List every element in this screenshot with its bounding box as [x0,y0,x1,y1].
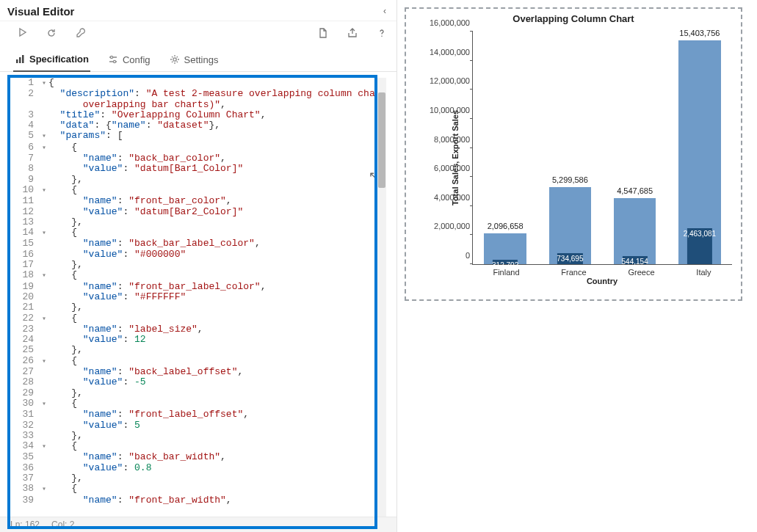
gutter-line-number: 5 [10,131,40,142]
code-line[interactable]: 5▾ "params": [ [10,131,386,142]
back-bar[interactable]: 4,547,685 [614,198,656,264]
code-line[interactable]: 27 "name": "back_label_offset", [10,367,386,377]
gutter-line-number: 27 [10,367,40,377]
code-line[interactable]: 18▾ { [10,270,386,281]
code-line[interactable]: 26▾ { [10,356,386,367]
code-line[interactable]: 23 "name": "label_size", [10,324,386,335]
front-bar[interactable]: 734,695 [557,253,582,264]
svg-point-5 [113,60,115,62]
help-icon[interactable] [376,27,388,39]
fold-toggle-icon[interactable]: ▾ [40,356,48,367]
code-line[interactable]: 33 }, [10,431,386,441]
wrench-icon[interactable] [75,27,87,39]
gutter-line-number: 21 [10,302,40,313]
fold-toggle-icon[interactable]: ▾ [40,142,48,153]
code-line[interactable]: 38▾ { [10,484,386,495]
code-line[interactable]: 20 "value": "#FFFFFF" [10,292,386,302]
code-line[interactable]: 4 "data": {"name": "dataset"}, [10,120,386,131]
fold-toggle-icon [40,238,48,249]
code-line[interactable]: 7 "name": "back_bar_color", [10,153,386,164]
fold-toggle-icon [40,335,48,345]
export-icon[interactable] [347,27,358,39]
code-line[interactable]: 16 "value": "#000000" [10,249,386,260]
fold-toggle-icon[interactable]: ▾ [40,484,48,495]
fold-toggle-icon[interactable]: ▾ [40,270,48,281]
code-line[interactable]: 1▾{ [10,78,386,89]
code-line[interactable]: 32 "value": 5 [10,420,386,431]
front-bar[interactable]: 544,154 [623,256,648,264]
code-line[interactable]: overlapping bar charts)", [10,100,386,110]
gutter-line-number: 26 [10,356,40,367]
back-bar[interactable]: 5,299,586 [549,187,591,264]
gutter-line-number: 30 [10,398,40,409]
code-line[interactable]: 30▾ { [10,398,386,409]
bar-group[interactable]: 2,096,658312,702 [477,32,534,264]
refresh-icon[interactable] [46,27,57,39]
gutter-line-number: 16 [10,249,40,260]
fold-toggle-icon[interactable]: ▾ [40,185,48,196]
code-line[interactable]: 10▾ { [10,185,386,196]
bar-group[interactable]: 5,299,586734,695 [542,32,599,264]
code-line[interactable]: 3 "title": "Overlapping Column Chart", [10,110,386,120]
fold-toggle-icon [40,409,48,420]
bar-group[interactable]: 4,547,685544,154 [606,32,664,264]
code-line[interactable]: 28 "value": -5 [10,377,386,387]
tab-settings[interactable]: Settings [168,51,220,71]
code-line[interactable]: 25 }, [10,345,386,355]
bar-group[interactable]: 15,403,7562,463,081 [671,32,728,264]
code-line[interactable]: 15 "name": "back_bar_label_color", [10,238,386,249]
status-bar: Ln: 162 Col: 2 [0,517,396,532]
code-line[interactable]: 29 }, [10,388,386,398]
code-line[interactable]: 6▾ { [10,142,386,153]
front-bar[interactable]: 2,463,081 [687,228,712,264]
code-line[interactable]: 17 }, [10,260,386,270]
code-line[interactable]: 31 "name": "front_label_offset", [10,409,386,420]
run-icon[interactable] [18,27,28,39]
code-line[interactable]: 34▾ { [10,441,386,452]
fold-toggle-icon[interactable]: ▾ [40,398,48,409]
code-line[interactable]: 13 }, [10,217,386,227]
chart-visual[interactable]: Overlapping Column Chart Total Sales, Ex… [405,7,742,301]
code-line[interactable]: 39 "name": "front_bar_width", [10,495,386,506]
code-line[interactable]: 11 "name": "front_bar_color", [10,196,386,206]
code-line[interactable]: 12 "value": "datum[Bar2_Color]" [10,207,386,217]
code-line[interactable]: 2 "description": "A test 2-measure overl… [10,89,386,99]
code-line[interactable]: 22▾ { [10,313,386,324]
fold-toggle-icon [40,89,48,99]
fold-toggle-icon[interactable]: ▾ [40,227,48,238]
fold-toggle-icon[interactable]: ▾ [40,131,48,142]
plot-area: 2,096,658312,7025,299,586734,6954,547,68… [472,32,732,265]
code-editor[interactable]: 1▾{2 "description": "A test 2-measure ov… [10,78,386,526]
tab-specification[interactable]: Specification [13,51,90,72]
tabs: Specification Config Settings [0,45,396,72]
fold-toggle-icon [40,420,48,431]
code-line[interactable]: 24 "value": 12 [10,335,386,345]
gutter-line-number: 24 [10,335,40,345]
front-bar-label: 734,695 [557,255,583,263]
code-line[interactable]: 8 "value": "datum[Bar1_Color]" [10,164,386,174]
fold-toggle-icon[interactable]: ▾ [40,313,48,324]
tab-config[interactable]: Config [106,51,152,71]
fold-toggle-icon[interactable]: ▾ [40,441,48,452]
svg-rect-2 [19,57,21,63]
editor-scrollbar[interactable] [377,78,386,526]
code-line[interactable]: 21 }, [10,302,386,313]
code-line[interactable]: 36 "value": 0.8 [10,463,386,473]
back-bar-label: 4,547,685 [617,186,653,195]
code-line[interactable]: 9 }, [10,175,386,185]
gutter-line-number: 7 [10,153,40,164]
scroll-thumb[interactable] [378,92,385,188]
front-bar[interactable]: 312,702 [493,260,518,264]
code-line[interactable]: 19 "name": "front_bar_label_color", [10,282,386,292]
code-line[interactable]: 35 "name": "back_bar_width", [10,452,386,462]
new-file-icon[interactable] [317,27,329,39]
gutter-line-number: 38 [10,484,40,495]
back-bar-label: 2,096,658 [488,222,524,230]
fold-toggle-icon [40,282,48,292]
collapse-panel-icon[interactable]: ‹ [380,4,389,18]
code-line[interactable]: 37 }, [10,473,386,484]
code-line[interactable]: 14▾ { [10,227,386,238]
front-bar-label: 2,463,081 [684,230,717,238]
x-tick-label: France [561,268,586,277]
fold-toggle-icon[interactable]: ▾ [40,78,48,89]
